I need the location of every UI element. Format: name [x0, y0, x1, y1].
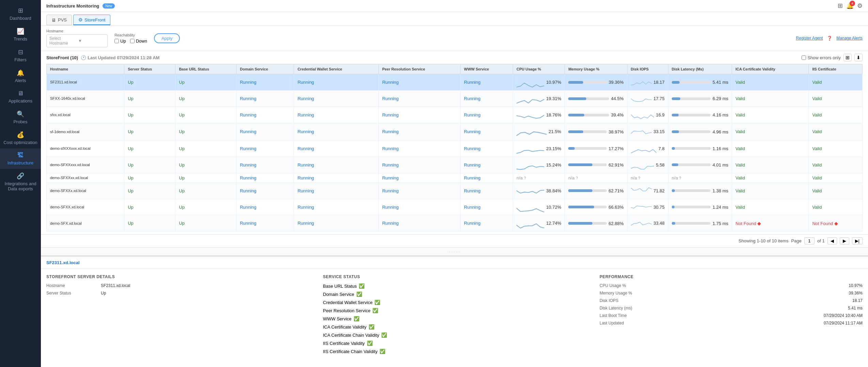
table-download-icon-btn[interactable]: ⬇: [854, 54, 863, 61]
service-status-ok-icon: ✅: [356, 291, 362, 297]
table-view-icon-btn[interactable]: ⊞: [843, 54, 852, 61]
reachability-up-checkbox[interactable]: [114, 39, 119, 43]
cell-credential: Running: [294, 182, 378, 199]
manage-alerts-link[interactable]: Manage Alerts: [836, 36, 863, 41]
cell-ica-cert: Not Found ◆: [732, 215, 809, 232]
sidebar-item-probes[interactable]: 🔍 Probes: [0, 107, 41, 128]
sidebar: ⊞ Dashboard 📈 Trends ⊟ Filters 🔔 Alerts …: [0, 0, 41, 367]
next-page-btn[interactable]: ▶: [840, 237, 849, 244]
table-row[interactable]: demo-SFXXxxx.xd.local Up Up Running Runn…: [47, 157, 863, 173]
apply-button[interactable]: Apply: [154, 33, 180, 43]
cell-disk-latency: 5.41 ms: [668, 74, 732, 91]
cell-domain: Running: [236, 199, 294, 215]
cell-disk-iops: 16.9: [627, 107, 668, 123]
show-errors-checkbox[interactable]: [802, 55, 806, 60]
cell-iis-cert: Valid: [809, 123, 863, 140]
sidebar-item-infrastructure[interactable]: 🏗 Infrastructure: [0, 148, 41, 169]
perf-key: Disk Latency (ms): [600, 306, 632, 310]
table-row[interactable]: demo-SFX.xd.local Up Up Running Running …: [47, 215, 863, 232]
service-status-ok-icon: ✅: [367, 340, 373, 346]
service-name: IIS Certificate Validity: [323, 341, 365, 346]
reachability-down-option[interactable]: Down: [130, 38, 147, 44]
perf-row: Memory Usage %39.36%: [600, 291, 863, 296]
col-hostname: Hostname: [47, 64, 124, 74]
service-row: WWW Service✅: [323, 316, 586, 321]
cell-disk-iops: 7.8: [627, 140, 668, 157]
reachability-down-checkbox[interactable]: [130, 39, 135, 43]
tab-pvs[interactable]: 🖥 PVS: [46, 15, 72, 25]
table-row[interactable]: sf-1demo.xd.local Up Up Running Running …: [47, 123, 863, 140]
sidebar-item-alerts[interactable]: 🔔 Alerts: [0, 66, 41, 86]
pvs-tab-label: PVS: [58, 17, 67, 22]
cell-ica-cert: Valid: [732, 199, 809, 215]
service-status-ok-icon: ✅: [374, 300, 380, 305]
detail-hostname-row: Hostname SF2311.xd.local: [46, 283, 309, 288]
tab-storefront[interactable]: ⚙ StoreFront: [73, 15, 110, 25]
sidebar-item-filters[interactable]: ⊟ Filters: [0, 45, 41, 66]
table-row[interactable]: demo-SFXX.xd.local Up Up Running Running…: [47, 199, 863, 215]
service-name: ICA Certificate Validity: [323, 324, 367, 330]
last-page-btn[interactable]: ▶|: [852, 237, 863, 244]
cell-server-status: Up: [124, 123, 175, 140]
cell-credential: Running: [294, 123, 378, 140]
cell-domain: Running: [236, 173, 294, 182]
service-row: Peer Resolution Service✅: [323, 308, 586, 313]
perf-row: Disk Latency (ms)5.41 ms: [600, 306, 863, 310]
grid-icon[interactable]: ⊞: [838, 2, 843, 10]
sidebar-item-dashboard[interactable]: ⊞ Dashboard: [0, 3, 41, 24]
service-row: Credential Wallet Service✅: [323, 300, 586, 305]
cell-cpu: 38.84%: [513, 182, 565, 199]
cell-base-url: Up: [175, 199, 236, 215]
hostname-filter-group: Hostname Select Hostname ▼: [46, 29, 108, 47]
register-agent-link[interactable]: Register Agent: [796, 36, 823, 41]
reachability-filter-label: Reachability: [114, 33, 147, 37]
table-row[interactable]: demo-SFXXxx.xd.local Up Up Running Runni…: [47, 173, 863, 182]
detail-hostname-key: Hostname: [46, 283, 101, 288]
detail-perf-section: Performance CPU Usage %10.97%Memory Usag…: [600, 274, 863, 357]
alert-bell-icon[interactable]: 🔔 4: [846, 2, 854, 10]
cell-ica-cert: Valid: [732, 140, 809, 157]
hostname-select[interactable]: Select Hostname ▼: [46, 34, 108, 47]
table-row[interactable]: SF2311.xd.local Up Up Running Running Ru…: [47, 74, 863, 91]
sidebar-item-cost[interactable]: 💰 Cost optimization: [0, 128, 41, 148]
cell-server-status: Up: [124, 74, 175, 91]
reachability-filter-group: Reachability Up Down: [114, 33, 147, 44]
cell-memory: 38.97%: [565, 123, 627, 140]
page-input[interactable]: [804, 237, 815, 244]
prev-page-btn[interactable]: ◀: [827, 237, 837, 244]
cell-iis-cert: Valid: [809, 107, 863, 123]
table-row[interactable]: demo-SFXXx.xd.local Up Up Running Runnin…: [47, 182, 863, 199]
table-row[interactable]: sfxx.xd.local Up Up Running Running Runn…: [47, 107, 863, 123]
cell-domain: Running: [236, 140, 294, 157]
cell-cpu: 10.97%: [513, 74, 565, 91]
perf-row: Last Updated07/29/2024 11:17 AM: [600, 321, 863, 325]
sidebar-item-applications[interactable]: 🖥 Applications: [0, 86, 41, 107]
cell-ica-cert: Valid: [732, 107, 809, 123]
cell-hostname: SFXX-1640x.xd.local: [47, 90, 124, 107]
show-errors-label[interactable]: Show errors only: [802, 55, 841, 60]
table-body: SF2311.xd.local Up Up Running Running Ru…: [47, 74, 863, 232]
cell-ica-cert: Valid: [732, 74, 809, 91]
cell-hostname: sf-1demo.xd.local: [47, 123, 124, 140]
divider-handle[interactable]: · · · · ·: [41, 247, 868, 256]
sidebar-item-trends[interactable]: 📈 Trends: [0, 24, 41, 45]
sidebar-label-filters: Filters: [14, 57, 26, 62]
cell-server-status: Up: [124, 182, 175, 199]
cell-disk-iops: 18.17: [627, 74, 668, 91]
reachability-up-option[interactable]: Up: [114, 38, 126, 44]
sidebar-item-integrations[interactable]: 🔗 Integrations and Data exports: [0, 169, 41, 195]
col-iis-cert: IIS Certificate: [809, 64, 863, 74]
cell-memory: 62.91%: [565, 157, 627, 173]
table-row[interactable]: SFXX-1640x.xd.local Up Up Running Runnin…: [47, 90, 863, 107]
cell-www: Running: [461, 173, 513, 182]
cell-ica-cert: Valid: [732, 157, 809, 173]
page-title-container: Infrastructure Monitoring New: [46, 3, 115, 9]
cell-ica-cert: Valid: [732, 90, 809, 107]
table-row[interactable]: demo-sfXXXxxx.xd.local Up Up Running Run…: [47, 140, 863, 157]
cell-server-status: Up: [124, 140, 175, 157]
cell-server-status: Up: [124, 157, 175, 173]
table-section: StoreFront (10) 🕐 Last Updated 07/29/202…: [41, 51, 868, 234]
col-memory: Memory Usage %: [565, 64, 627, 74]
cell-credential: Running: [294, 107, 378, 123]
settings-icon[interactable]: ⚙: [857, 2, 863, 10]
